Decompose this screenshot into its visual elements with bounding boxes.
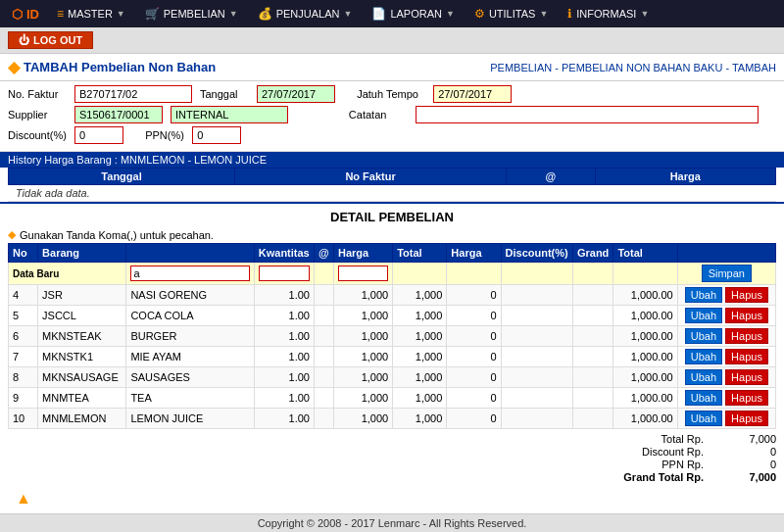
cell-grand-total: 1,000.00	[613, 285, 677, 306]
nav-master[interactable]: ≡ MASTER ▼	[47, 0, 135, 27]
simpan-button[interactable]: Simpan	[702, 265, 752, 282]
total-label: Total Rp.	[590, 433, 708, 445]
hapus-button[interactable]: Hapus	[725, 369, 768, 385]
cell-nama: TEA	[126, 388, 254, 409]
ubah-button[interactable]: Ubah	[685, 349, 722, 364]
hapus-button[interactable]: Hapus	[725, 287, 768, 303]
ubah-button[interactable]: Ubah	[685, 328, 722, 344]
input-harga-cell	[334, 263, 393, 285]
table-row: 6 MKNSTEAK BURGER 1.00 1,000 1,000 0 1,0…	[9, 326, 776, 347]
cell-discount	[501, 326, 572, 347]
tanggal-label: Tanggal	[200, 88, 249, 100]
cell-no: 8	[9, 367, 38, 388]
form-row-discount: Discount(%) PPN(%)	[8, 126, 776, 144]
ppn-row: PPN Rp. 0	[8, 459, 776, 470]
penjualan-arrow: ▼	[343, 9, 352, 19]
harga-input[interactable]	[338, 266, 388, 281]
cell-kode: MKNSTK1	[38, 347, 126, 367]
ppn-summ-label: PPN Rp.	[590, 459, 708, 470]
jatuh-tempo-input[interactable]	[433, 85, 512, 103]
barang-input[interactable]	[130, 266, 249, 281]
detail-table: No Barang Kwantitas @ Harga Total Harga …	[8, 243, 776, 429]
cell-kode: JSCCL	[38, 306, 126, 326]
ubah-button[interactable]: Ubah	[685, 390, 722, 406]
logout-bar: ⏻ LOG OUT	[0, 27, 784, 54]
th-total2: Total	[613, 244, 677, 263]
form-section: No. Faktur Tanggal Jatuh Tempo Supplier …	[0, 81, 784, 152]
cell-kode: MNMLEMON	[38, 409, 126, 429]
nav-penjualan-label: PENJUALAN	[276, 8, 340, 20]
logout-button[interactable]: ⏻ LOG OUT	[8, 31, 93, 49]
history-no-data: Tidak ada data.	[8, 185, 776, 202]
nav-utilitas[interactable]: ⚙ UTILITAS ▼	[465, 0, 558, 27]
faktur-label: No. Faktur	[8, 88, 67, 100]
table-row: 7 MKNSTK1 MIE AYAM 1.00 1,000 1,000 0 1,…	[9, 347, 776, 367]
cell-kwantitas: 1.00	[254, 347, 314, 367]
cell-nama: MIE AYAM	[126, 347, 254, 367]
cell-no: 5	[9, 306, 38, 326]
diamond-icon: ◆	[8, 58, 20, 76]
cell-harga: 1,000	[334, 347, 393, 367]
nav-pembelian[interactable]: 🛒 PEMBELIAN ▼	[135, 0, 248, 27]
hapus-button[interactable]: Hapus	[725, 411, 768, 426]
cell-harga: 1,000	[334, 409, 393, 429]
ubah-button[interactable]: Ubah	[685, 287, 722, 303]
nav-informasi[interactable]: ℹ INFORMASI ▼	[558, 0, 659, 27]
grand-row: Grand Total Rp. 7,000	[8, 471, 776, 483]
catatan-input[interactable]	[416, 106, 759, 123]
cell-kwantitas: 1.00	[254, 306, 314, 326]
page-header: ◆ TAMBAH Pembelian Non Bahan PEMBELIAN -…	[0, 54, 784, 81]
cell-kode: MKNSTEAK	[38, 326, 126, 347]
ubah-button[interactable]: Ubah	[685, 369, 722, 385]
cell-discount	[501, 347, 572, 367]
cell-harga: 1,000	[334, 285, 393, 306]
supplier-code-input[interactable]	[74, 106, 163, 123]
hapus-button[interactable]: Hapus	[725, 349, 768, 364]
faktur-input[interactable]	[74, 85, 192, 103]
scroll-up-icon[interactable]: ▲	[8, 490, 39, 507]
ppn-input[interactable]	[192, 126, 241, 144]
cell-kwantitas: 1.00	[254, 409, 314, 429]
cell-kwantitas: 1.00	[254, 326, 314, 347]
grand-label: Grand Total Rp.	[590, 471, 708, 483]
laporan-icon: 📄	[371, 7, 386, 21]
utilitas-icon: ⚙	[474, 7, 485, 21]
logout-label: LOG OUT	[33, 34, 82, 46]
nav-penjualan[interactable]: 💰 PENJUALAN ▼	[248, 0, 363, 27]
cell-no: 10	[9, 409, 38, 429]
catatan-label: Catatan	[349, 109, 408, 121]
cell-harga: 1,000	[334, 306, 393, 326]
master-arrow: ▼	[117, 9, 125, 19]
pembelian-arrow: ▼	[229, 9, 238, 19]
supplier-name-input[interactable]	[171, 106, 288, 123]
input-discount-cell	[501, 263, 572, 285]
cell-discount	[501, 285, 572, 306]
cell-kode: MKNSAUSAGE	[38, 367, 126, 388]
informasi-arrow: ▼	[640, 9, 649, 19]
cell-kwantitas: 1.00	[254, 285, 314, 306]
tanggal-input[interactable]	[257, 85, 335, 103]
nav-laporan[interactable]: 📄 LAPORAN ▼	[362, 0, 465, 27]
hapus-button[interactable]: Hapus	[725, 308, 768, 323]
cell-nama: LEMON JUICE	[126, 409, 254, 429]
cell-total: 1,000	[393, 326, 447, 347]
col-no-faktur: No Faktur	[235, 169, 507, 185]
cell-grand	[572, 347, 613, 367]
hapus-button[interactable]: Hapus	[725, 328, 768, 344]
detail-table-wrapper: No Barang Kwantitas @ Harga Total Harga …	[0, 243, 784, 429]
ubah-button[interactable]: Ubah	[685, 411, 722, 426]
cell-actions: Ubah Hapus	[677, 347, 775, 367]
top-navigation: ⬡ ID ≡ MASTER ▼ 🛒 PEMBELIAN ▼ 💰 PENJUALA…	[0, 0, 784, 27]
kwantitas-input[interactable]	[259, 266, 310, 281]
discount-input[interactable]	[74, 126, 123, 144]
col-tanggal: Tanggal	[9, 169, 235, 185]
cell-actions: Ubah Hapus	[677, 306, 775, 326]
cell-discount	[501, 409, 572, 429]
ppn-label: PPN(%)	[145, 129, 184, 141]
th-at: @	[314, 244, 333, 263]
pembelian-icon: 🛒	[145, 7, 160, 21]
nav-laporan-label: LAPORAN	[390, 8, 442, 20]
ubah-button[interactable]: Ubah	[685, 308, 722, 323]
cell-grand-total: 1,000.00	[613, 388, 677, 409]
hapus-button[interactable]: Hapus	[725, 390, 768, 406]
